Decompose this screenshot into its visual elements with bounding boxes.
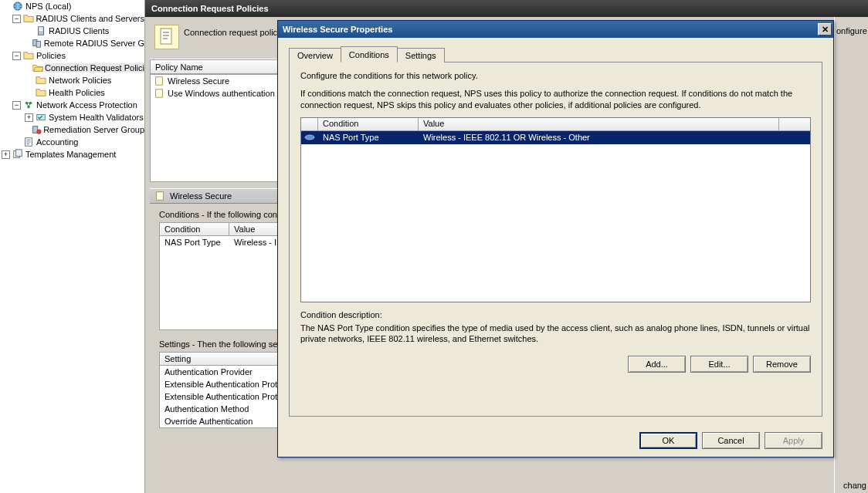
tree-pane: NPS (Local) − RADIUS Clients and Servers… — [0, 0, 145, 493]
condition-description-text: The NAS Port Type condition specifies th… — [300, 322, 811, 346]
expander-icon[interactable]: − — [12, 15, 21, 23]
remediation-icon — [31, 124, 42, 135]
tree-accounting[interactable]: Accounting — [0, 136, 144, 148]
expander-icon[interactable]: − — [12, 101, 21, 110]
tree-shv[interactable]: + System Health Validators — [0, 111, 144, 123]
intro-text-2: If conditions match the connection reque… — [300, 88, 811, 111]
truncated-text: onfigure — [835, 17, 868, 45]
detail-title: Wireless Secure — [170, 191, 232, 201]
remove-button[interactable]: Remove — [753, 356, 811, 373]
icon-column[interactable] — [301, 118, 318, 130]
tree-remediation[interactable]: Remediation Server Group — [0, 123, 144, 136]
shv-icon — [35, 112, 47, 123]
tree-radius-clients-servers[interactable]: − RADIUS Clients and Servers — [0, 12, 144, 25]
folder-icon — [22, 13, 35, 24]
policy-icon — [154, 88, 166, 99]
policy-icon — [154, 191, 167, 201]
tree-health-policies[interactable]: Health Policies — [0, 86, 144, 99]
folder-icon — [35, 75, 47, 86]
svg-rect-16 — [156, 77, 163, 86]
condition-column[interactable]: Condition — [160, 223, 229, 235]
dialog-title-text: Wireless Secure Properties — [283, 25, 392, 34]
svg-rect-14 — [15, 150, 22, 157]
tree-root[interactable]: NPS (Local) — [0, 0, 144, 12]
condition-description-label: Condition description: — [300, 310, 811, 319]
server-icon — [35, 25, 47, 36]
tab-overview[interactable]: Overview — [289, 48, 341, 62]
expander-icon[interactable]: − — [12, 52, 21, 60]
svg-rect-18 — [157, 192, 164, 201]
tabs: Overview Conditions Settings — [289, 46, 822, 62]
edit-button[interactable]: Edit... — [690, 356, 748, 373]
cancel-button[interactable]: Cancel — [702, 432, 760, 449]
close-button[interactable]: ✕ — [818, 23, 832, 35]
svg-rect-2 — [39, 28, 42, 29]
condition-column[interactable]: Condition — [318, 118, 419, 130]
server-group-icon — [32, 38, 42, 49]
nap-icon — [22, 100, 35, 110]
tree-nap[interactable]: − Network Access Protection — [0, 99, 144, 111]
add-button[interactable]: Add... — [628, 356, 686, 373]
conditions-table[interactable]: Condition Value NAS Port Type Wireless -… — [300, 117, 811, 302]
truncated-text2: chang — [843, 481, 866, 490]
tab-settings[interactable]: Settings — [397, 48, 445, 62]
svg-rect-17 — [156, 89, 163, 98]
svg-point-11 — [37, 130, 41, 133]
policy-doc-icon — [154, 25, 179, 49]
svg-rect-5 — [36, 41, 40, 47]
properties-dialog: Wireless Secure Properties ✕ Overview Co… — [277, 20, 834, 458]
folder-icon — [35, 87, 47, 98]
tab-panel: Configure the conditions for this networ… — [289, 62, 822, 417]
expander-icon[interactable]: + — [2, 150, 10, 159]
ok-button[interactable]: OK — [639, 432, 697, 449]
apply-button[interactable]: Apply — [765, 432, 822, 449]
condition-row[interactable]: NAS Port Type Wireless - IEEE 802.11 OR … — [301, 131, 810, 144]
value-column[interactable]: Value — [419, 118, 779, 130]
tree-radius-clients[interactable]: RADIUS Clients — [0, 25, 144, 37]
folder-open-icon — [32, 62, 43, 73]
content-title: Connection Request Policies — [151, 4, 269, 13]
svg-rect-3 — [39, 29, 42, 31]
condition-buttons: Add... Edit... Remove — [300, 356, 811, 373]
intro-text-1: Configure the conditions for this networ… — [300, 70, 811, 82]
spacer-column — [779, 118, 810, 130]
tab-conditions[interactable]: Conditions — [341, 46, 398, 62]
templates-icon — [12, 149, 24, 160]
expander-icon[interactable]: + — [25, 113, 33, 122]
tree-remote-radius[interactable]: Remote RADIUS Server G — [0, 37, 144, 49]
tree-network-policies[interactable]: Network Policies — [0, 74, 144, 86]
svg-point-19 — [305, 135, 314, 140]
tree-connection-request-policies[interactable]: Connection Request Polici — [0, 62, 144, 74]
policy-icon — [154, 76, 166, 86]
row-icon — [301, 133, 318, 141]
accounting-icon — [22, 137, 35, 147]
dialog-titlebar[interactable]: Wireless Secure Properties ✕ — [278, 21, 833, 38]
description-text: Connection request polic — [184, 25, 277, 37]
tree-templates[interactable]: + Templates Management — [0, 148, 144, 160]
tree-policies[interactable]: − Policies — [0, 49, 144, 62]
folder-icon — [22, 50, 35, 61]
dialog-footer: OK Cancel Apply — [278, 426, 833, 457]
tree-root-label: NPS (Local) — [25, 2, 71, 11]
right-strip: onfigure chang — [834, 17, 868, 493]
content-header: Connection Request Policies — [145, 0, 868, 17]
svg-rect-15 — [161, 29, 171, 44]
nps-icon — [12, 1, 24, 12]
